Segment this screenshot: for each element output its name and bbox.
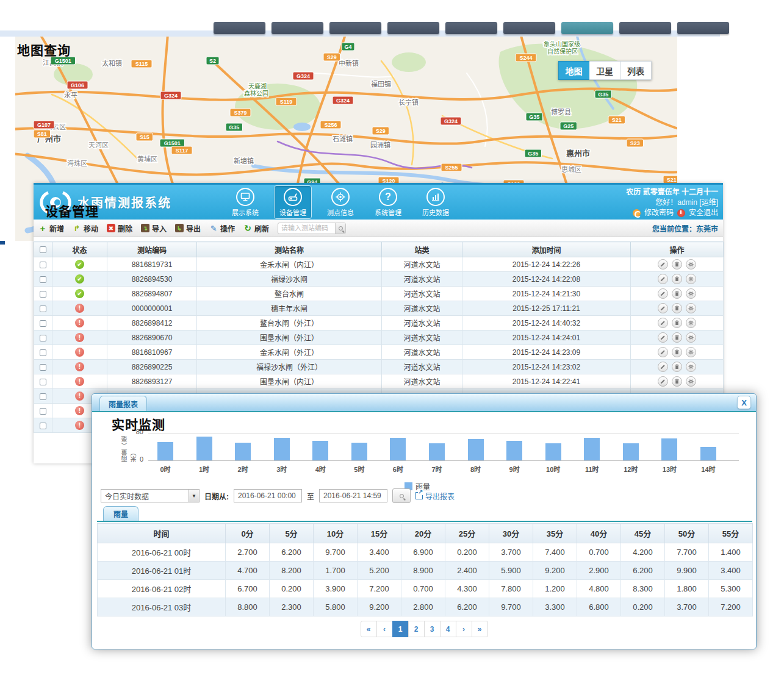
edit-row-button[interactable] — [658, 318, 668, 328]
trash-row-button[interactable] — [672, 318, 682, 328]
data-mode-select[interactable]: 今日实时数据 ▼ — [101, 489, 200, 502]
export-button[interactable]: ↳导出 — [175, 223, 201, 234]
nav-item-device-management[interactable]: 设备管理 — [274, 185, 312, 219]
delete-button[interactable]: ✖删除 — [107, 223, 132, 234]
browser-tab[interactable] — [561, 22, 613, 34]
date-from-input[interactable] — [234, 489, 302, 502]
road-shield-label: S21 — [612, 117, 622, 123]
page-button-3[interactable]: 3 — [424, 621, 441, 637]
trash-row-button[interactable] — [672, 376, 682, 387]
page-button-4[interactable]: 4 — [440, 621, 456, 637]
road-shield-label: G4 — [344, 44, 351, 50]
browser-tab[interactable] — [677, 22, 729, 34]
plus-icon: + — [38, 224, 47, 232]
move-button[interactable]: ↱移动 — [73, 223, 98, 234]
gear-row-button[interactable] — [686, 376, 696, 387]
device-table-row: ✔ 8826894530 福绿沙水闸 河道水文站 2015-12-24 14:2… — [34, 272, 724, 287]
select-all-checkbox[interactable] — [40, 246, 46, 253]
close-icon[interactable]: X — [737, 396, 751, 409]
rain-value: 5.900 — [489, 562, 533, 580]
gear-row-button[interactable] — [686, 318, 696, 328]
import-button[interactable]: ↴导入 — [141, 223, 167, 234]
edit-row-button[interactable] — [658, 362, 668, 372]
trash-row-button[interactable] — [672, 332, 682, 343]
rain-value: 0.200 — [270, 580, 314, 598]
query-button[interactable] — [392, 488, 411, 503]
page-button-1[interactable]: 1 — [392, 621, 409, 637]
row-checkbox[interactable] — [40, 393, 46, 400]
logout-link[interactable]: 安全退出 — [689, 208, 718, 218]
edit-row-button[interactable] — [658, 303, 668, 313]
trash-row-button[interactable] — [672, 347, 682, 357]
browser-tab[interactable] — [445, 22, 497, 34]
trash-row-button[interactable] — [672, 288, 682, 299]
device-table-row: ! 8826890225 福禄沙水闸（外江） 河道水文站 2015-12-24 … — [34, 360, 724, 374]
row-checkbox[interactable] — [40, 349, 46, 356]
row-checkbox[interactable] — [40, 408, 46, 415]
browser-tab[interactable] — [214, 22, 265, 34]
row-checkbox[interactable] — [40, 291, 46, 298]
edit-row-button[interactable] — [658, 347, 668, 357]
road-shield-label: G324 — [164, 93, 178, 99]
nav-item-station-info[interactable]: 测点信息 — [322, 185, 359, 219]
map-type-button-0[interactable]: 地图 — [558, 61, 589, 80]
gear-row-button[interactable] — [686, 259, 696, 270]
device-table-row: ✔ 8816819731 金禾水闸（内江） 河道水文站 2015-12-24 1… — [34, 257, 724, 272]
tab-rainfall-report[interactable]: 雨量报表 — [99, 396, 147, 411]
gear-row-button[interactable] — [686, 303, 696, 313]
export-report-link[interactable]: 导出报表 — [415, 491, 455, 501]
row-checkbox[interactable] — [40, 262, 46, 268]
edit-row-button[interactable] — [658, 259, 668, 270]
browser-tab[interactable] — [619, 22, 671, 34]
row-checkbox[interactable] — [40, 276, 46, 283]
edit-row-button[interactable] — [658, 288, 668, 299]
browser-tab[interactable] — [503, 22, 555, 34]
gear-row-button[interactable] — [686, 332, 696, 343]
row-checkbox[interactable] — [40, 379, 46, 385]
page-button-‹[interactable]: ‹ — [376, 621, 393, 637]
trash-row-button[interactable] — [672, 259, 682, 270]
refresh-button[interactable]: ↻刷新 — [243, 223, 269, 234]
page-button-«[interactable]: « — [361, 621, 377, 637]
page-button-»[interactable]: » — [472, 621, 488, 637]
trash-row-button[interactable] — [672, 274, 682, 284]
nav-item-display-system[interactable]: 展示系统 — [226, 185, 264, 219]
row-checkbox[interactable] — [40, 305, 46, 312]
browser-tab[interactable] — [387, 22, 439, 34]
operate-button[interactable]: ✎操作 — [209, 223, 235, 234]
edit-row-button[interactable] — [658, 332, 668, 343]
gear-row-button[interactable] — [686, 288, 696, 299]
add-button[interactable]: +新增 — [38, 223, 64, 234]
gear-row-button[interactable] — [686, 274, 696, 284]
nav-item-system-management[interactable]: ? 系统管理 — [369, 185, 407, 219]
date-to-input[interactable] — [319, 489, 387, 502]
page-button-2[interactable]: 2 — [408, 621, 425, 637]
row-checkbox[interactable] — [40, 423, 46, 429]
gear-row-button[interactable] — [686, 362, 696, 372]
rain-col-6: 25分 — [445, 524, 489, 543]
map-type-button-1[interactable]: 卫星 — [589, 61, 620, 80]
browser-tab[interactable] — [329, 22, 381, 34]
map-type-button-2[interactable]: 列表 — [620, 61, 652, 80]
gear-icon — [688, 349, 694, 355]
rainfall-bar — [468, 439, 484, 460]
edit-row-button[interactable] — [658, 274, 668, 284]
row-checkbox[interactable] — [40, 335, 46, 341]
station-search-input[interactable] — [281, 224, 335, 232]
tab-rainfall[interactable]: 雨量 — [103, 506, 138, 521]
row-checkbox[interactable] — [40, 320, 46, 327]
rain-value: 1.800 — [665, 580, 709, 598]
change-password-link[interactable]: 修改密码 — [644, 208, 674, 218]
report-filter-row: 今日实时数据 ▼ 日期从: 至 导出报表 — [101, 488, 455, 503]
search-button[interactable] — [335, 223, 345, 234]
rain-value: 7.700 — [665, 543, 709, 562]
trash-row-button[interactable] — [672, 362, 682, 372]
browser-tab[interactable] — [272, 22, 323, 34]
page-button-›[interactable]: › — [456, 621, 472, 637]
road-shield-label: S244 — [519, 55, 532, 61]
nav-item-history-data[interactable]: 历史数据 — [417, 185, 455, 219]
trash-row-button[interactable] — [672, 303, 682, 313]
row-checkbox[interactable] — [40, 364, 46, 371]
edit-row-button[interactable] — [658, 376, 668, 387]
gear-row-button[interactable] — [686, 347, 696, 357]
